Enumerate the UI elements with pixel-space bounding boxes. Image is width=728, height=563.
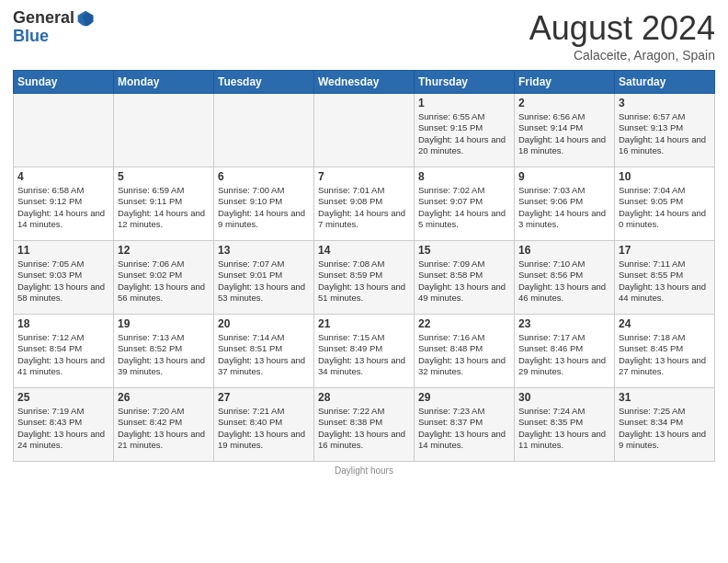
calendar-cell: 30Sunrise: 7:24 AMSunset: 8:35 PMDayligh… (515, 388, 615, 462)
day-info: Sunset: 8:59 PM (318, 270, 410, 281)
calendar-cell: 26Sunrise: 7:20 AMSunset: 8:42 PMDayligh… (114, 388, 214, 462)
day-info: Sunset: 8:56 PM (518, 270, 610, 281)
day-info: Daylight: 14 hours and 14 minutes. (17, 208, 109, 231)
day-info: Sunrise: 7:06 AM (118, 259, 210, 270)
calendar-cell: 22Sunrise: 7:16 AMSunset: 8:48 PMDayligh… (415, 315, 515, 388)
day-info: Sunrise: 6:59 AM (118, 185, 210, 196)
day-info: Sunrise: 7:17 AM (518, 332, 610, 343)
day-info: Sunset: 9:12 PM (17, 196, 109, 207)
day-info: Sunset: 8:49 PM (318, 343, 410, 354)
calendar-week-row: 18Sunrise: 7:12 AMSunset: 8:54 PMDayligh… (14, 315, 715, 388)
day-number: 1 (418, 97, 510, 109)
page-header: General Blue August 2024 Calaceite, Arag… (13, 9, 715, 63)
day-info: Sunset: 9:15 PM (418, 122, 510, 133)
calendar-week-row: 11Sunrise: 7:05 AMSunset: 9:03 PMDayligh… (14, 241, 715, 315)
calendar-cell: 16Sunrise: 7:10 AMSunset: 8:56 PMDayligh… (515, 241, 615, 315)
day-info: Sunrise: 7:04 AM (619, 185, 711, 196)
calendar-cell: 2Sunrise: 6:56 AMSunset: 9:14 PMDaylight… (515, 94, 615, 167)
calendar-cell: 1Sunrise: 6:55 AMSunset: 9:15 PMDaylight… (415, 94, 515, 167)
day-info: Daylight: 13 hours and 11 minutes. (518, 429, 610, 452)
month-title: August 2024 (529, 9, 715, 48)
calendar-cell: 17Sunrise: 7:11 AMSunset: 8:55 PMDayligh… (615, 241, 715, 315)
day-info: Daylight: 14 hours and 3 minutes. (518, 208, 610, 231)
day-info: Daylight: 13 hours and 14 minutes. (418, 429, 510, 452)
day-number: 14 (318, 244, 410, 257)
calendar-cell: 21Sunrise: 7:15 AMSunset: 8:49 PMDayligh… (314, 315, 415, 388)
title-block: August 2024 Calaceite, Aragon, Spain (529, 9, 715, 63)
day-info: Daylight: 13 hours and 44 minutes. (619, 282, 711, 304)
day-info: Daylight: 13 hours and 41 minutes. (17, 355, 109, 378)
day-info: Daylight: 14 hours and 7 minutes. (318, 208, 410, 231)
calendar-cell: 6Sunrise: 7:00 AMSunset: 9:10 PMDaylight… (214, 167, 314, 241)
day-info: Sunrise: 7:18 AM (619, 332, 711, 343)
day-info: Sunset: 9:08 PM (318, 196, 410, 207)
day-number: 27 (218, 391, 310, 404)
day-number: 17 (619, 244, 711, 257)
day-number: 22 (418, 317, 510, 330)
day-number: 18 (17, 317, 109, 330)
location-text: Calaceite, Aragon, Spain (529, 48, 715, 63)
calendar-cell: 27Sunrise: 7:21 AMSunset: 8:40 PMDayligh… (214, 388, 314, 462)
calendar-cell: 8Sunrise: 7:02 AMSunset: 9:07 PMDaylight… (415, 167, 515, 241)
calendar-cell: 20Sunrise: 7:14 AMSunset: 8:51 PMDayligh… (214, 315, 314, 388)
calendar-cell: 4Sunrise: 6:58 AMSunset: 9:12 PMDaylight… (14, 167, 114, 241)
calendar-cell: 29Sunrise: 7:23 AMSunset: 8:37 PMDayligh… (415, 388, 515, 462)
calendar-cell: 3Sunrise: 6:57 AMSunset: 9:13 PMDaylight… (615, 94, 715, 167)
day-info: Sunrise: 7:03 AM (518, 185, 610, 196)
day-info: Sunset: 9:14 PM (518, 122, 610, 133)
day-info: Daylight: 13 hours and 58 minutes. (17, 282, 109, 304)
day-info: Sunrise: 7:11 AM (619, 259, 711, 270)
calendar-cell (14, 94, 114, 167)
day-info: Sunset: 8:37 PM (418, 417, 510, 428)
day-info: Daylight: 13 hours and 27 minutes. (619, 355, 711, 378)
weekday-header-thursday: Thursday (415, 71, 515, 94)
calendar-cell (214, 94, 314, 167)
calendar-week-row: 4Sunrise: 6:58 AMSunset: 9:12 PMDaylight… (14, 167, 715, 241)
day-number: 4 (17, 170, 109, 183)
calendar-week-row: 1Sunrise: 6:55 AMSunset: 9:15 PMDaylight… (14, 94, 715, 167)
day-info: Sunset: 8:40 PM (218, 417, 310, 428)
day-info: Sunrise: 7:07 AM (218, 259, 310, 270)
day-info: Daylight: 13 hours and 21 minutes. (118, 429, 210, 452)
day-info: Daylight: 13 hours and 49 minutes. (418, 282, 510, 304)
day-number: 25 (17, 391, 109, 404)
calendar-cell: 25Sunrise: 7:19 AMSunset: 8:43 PMDayligh… (14, 388, 114, 462)
day-info: Sunset: 8:51 PM (218, 343, 310, 354)
footer-daylight: Daylight hours (13, 465, 715, 476)
day-number: 12 (118, 244, 210, 257)
day-number: 5 (118, 170, 210, 183)
day-number: 30 (518, 391, 610, 404)
weekday-header-wednesday: Wednesday (314, 71, 415, 94)
day-info: Sunrise: 7:14 AM (218, 332, 310, 343)
day-info: Sunrise: 7:10 AM (518, 259, 610, 270)
day-info: Sunrise: 7:22 AM (318, 406, 410, 417)
day-info: Sunset: 9:10 PM (218, 196, 310, 207)
day-number: 23 (518, 317, 610, 330)
calendar-cell: 13Sunrise: 7:07 AMSunset: 9:01 PMDayligh… (214, 241, 314, 315)
day-info: Daylight: 14 hours and 0 minutes. (619, 208, 711, 231)
day-info: Daylight: 13 hours and 32 minutes. (418, 355, 510, 378)
day-info: Daylight: 13 hours and 19 minutes. (218, 429, 310, 452)
calendar-cell: 24Sunrise: 7:18 AMSunset: 8:45 PMDayligh… (615, 315, 715, 388)
day-number: 24 (619, 317, 711, 330)
day-info: Sunrise: 7:25 AM (619, 406, 711, 417)
day-info: Sunset: 9:02 PM (118, 270, 210, 281)
day-info: Sunset: 8:55 PM (619, 270, 711, 281)
day-info: Daylight: 13 hours and 46 minutes. (518, 282, 610, 304)
calendar-cell (114, 94, 214, 167)
day-info: Daylight: 13 hours and 9 minutes. (619, 429, 711, 452)
day-info: Sunrise: 7:02 AM (418, 185, 510, 196)
day-info: Sunset: 8:43 PM (17, 417, 109, 428)
day-info: Sunset: 9:05 PM (619, 196, 711, 207)
calendar-cell: 10Sunrise: 7:04 AMSunset: 9:05 PMDayligh… (615, 167, 715, 241)
day-info: Daylight: 13 hours and 51 minutes. (318, 282, 410, 304)
day-info: Daylight: 13 hours and 56 minutes. (118, 282, 210, 304)
day-number: 15 (418, 244, 510, 257)
day-info: Sunset: 9:11 PM (118, 196, 210, 207)
day-info: Daylight: 13 hours and 24 minutes. (17, 429, 109, 452)
day-info: Sunrise: 7:21 AM (218, 406, 310, 417)
day-info: Sunrise: 7:20 AM (118, 406, 210, 417)
day-info: Sunset: 8:58 PM (418, 270, 510, 281)
day-info: Sunrise: 7:16 AM (418, 332, 510, 343)
day-info: Sunrise: 6:57 AM (619, 111, 711, 122)
